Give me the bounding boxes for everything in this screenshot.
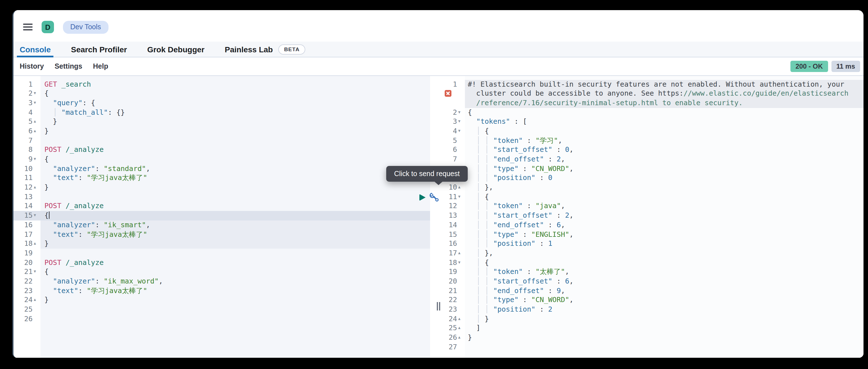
gutter-cell[interactable]: 2▾: [442, 108, 465, 117]
code-line[interactable]: │ "match_all": {}: [40, 108, 430, 117]
code-line[interactable]: [465, 343, 864, 352]
code-line[interactable]: │ │ "end_offset" : 9,: [465, 286, 864, 295]
code-line[interactable]: "text": "学习java太棒了": [40, 286, 430, 295]
code-line[interactable]: GET _search: [40, 80, 430, 89]
code-line[interactable]: │ │ "start_offset" : 6,: [465, 277, 864, 286]
code-line[interactable]: {: [40, 155, 430, 164]
breadcrumb[interactable]: Dev Tools: [63, 21, 108, 33]
code-line[interactable]: }: [40, 295, 430, 305]
gutter-cell[interactable]: 18▴: [13, 239, 40, 248]
code-line[interactable]: "query": {: [40, 98, 430, 108]
gutter-cell[interactable]: 10▴: [442, 183, 465, 192]
code-line[interactable]: "text": "学习java太棒了": [40, 230, 430, 239]
fold-open-icon[interactable]: ▾: [458, 126, 465, 136]
menu-item-settings[interactable]: Settings: [55, 62, 82, 70]
fold-close-icon[interactable]: ▴: [34, 117, 40, 126]
code-line[interactable]: /reference/7.16/security-minimal-setup.h…: [465, 98, 864, 108]
fold-open-icon[interactable]: ▾: [34, 267, 40, 277]
code-line[interactable]: │ │ "end_offset" : 6,: [465, 221, 864, 230]
wrench-icon[interactable]: [430, 192, 440, 202]
tab-painless-lab[interactable]: Painless LabBETA: [222, 41, 308, 57]
code-line[interactable]: "tokens" : [: [465, 117, 864, 126]
gutter-cell[interactable]: 4▾: [442, 126, 465, 136]
fold-close-icon[interactable]: ▴: [34, 295, 40, 305]
code-line[interactable]: │ │ "start_offset" : 2,: [465, 211, 864, 220]
code-line[interactable]: [40, 192, 430, 202]
gutter-cell[interactable]: 24▴: [442, 314, 465, 323]
code-line[interactable]: │ │ "type" : "ENGLISH",: [465, 230, 864, 239]
code-line[interactable]: [40, 314, 430, 323]
code-line[interactable]: │ │ "token" : "太棒了",: [465, 267, 864, 277]
gutter-cell[interactable]: 15▾: [13, 211, 40, 220]
request-editor[interactable]: 12▾3▾45▴6▴789▾101112▴131415▾161718▴19202…: [13, 76, 442, 358]
fold-close-icon[interactable]: ▴: [458, 249, 465, 258]
code-line[interactable]: #! Elasticsearch built-in security featu…: [465, 80, 864, 89]
code-line[interactable]: │ }: [465, 314, 864, 323]
code-line[interactable]: │ │ "type" : "CN_WORD",: [465, 295, 864, 305]
gutter-cell[interactable]: 12▴: [13, 183, 40, 192]
code-line[interactable]: "text": "学习java太棒了": [40, 173, 430, 183]
code-line[interactable]: "analyzer": "ik_smart",: [40, 221, 430, 230]
code-line[interactable]: POST /_analyze: [40, 145, 430, 155]
response-viewer[interactable]: 12▾3▾4▾5678910▴11▾121314151617▴18▾192021…: [442, 76, 864, 358]
code-line[interactable]: │ │ "token" : "学习",: [465, 136, 864, 145]
fold-open-icon[interactable]: ▾: [458, 117, 465, 126]
fold-close-icon[interactable]: ▴: [34, 126, 40, 136]
gutter-cell[interactable]: 18▾: [442, 258, 465, 267]
menu-item-help[interactable]: Help: [93, 62, 108, 70]
panel-resize-handle[interactable]: [437, 302, 440, 311]
fold-open-icon[interactable]: ▾: [34, 155, 40, 164]
code-line[interactable]: │ },: [465, 249, 864, 258]
gutter-cell[interactable]: 5▴: [13, 117, 40, 126]
fold-close-icon[interactable]: ▴: [34, 239, 40, 248]
fold-close-icon[interactable]: ▴: [34, 183, 40, 192]
gutter-cell[interactable]: 11▾: [442, 192, 465, 202]
code-line[interactable]: {: [40, 211, 430, 220]
tab-console[interactable]: Console: [17, 41, 53, 57]
gutter-cell[interactable]: 25▴: [442, 324, 465, 333]
code-line[interactable]: POST /_analyze: [40, 258, 430, 267]
code-line[interactable]: }: [40, 117, 430, 126]
gutter-cell[interactable]: 21▾: [13, 267, 40, 277]
fold-close-icon[interactable]: ▴: [458, 324, 465, 333]
code-line[interactable]: │ │ "start_offset" : 0,: [465, 145, 864, 155]
fold-close-icon[interactable]: ▴: [458, 314, 465, 323]
gutter-cell[interactable]: 24▴: [13, 295, 40, 305]
error-marker-icon[interactable]: [445, 90, 452, 97]
code-line[interactable]: │ {: [465, 258, 864, 267]
menu-item-history[interactable]: History: [20, 62, 44, 70]
code-line[interactable]: │ {: [465, 192, 864, 202]
code-line[interactable]: "analyzer": "ik_max_word",: [40, 277, 430, 286]
code-line[interactable]: [40, 305, 430, 314]
code-line[interactable]: │ │ "type" : "CN_WORD",: [465, 164, 864, 173]
code-line[interactable]: ]: [465, 324, 864, 333]
gutter-cell[interactable]: 6▴: [13, 126, 40, 136]
code-line[interactable]: │ {: [465, 126, 864, 136]
code-line[interactable]: │ │ "end_offset" : 2,: [465, 155, 864, 164]
send-request-icon[interactable]: [420, 194, 426, 201]
gutter-cell[interactable]: 3▾: [13, 98, 40, 108]
code-line[interactable]: cluster could be accessible to anyone. S…: [465, 89, 864, 98]
code-line[interactable]: │ │ "position" : 2: [465, 305, 864, 314]
fold-close-icon[interactable]: ▴: [458, 333, 465, 342]
fold-open-icon[interactable]: ▾: [458, 258, 465, 267]
code-line[interactable]: [40, 136, 430, 145]
code-line[interactable]: POST /_analyze: [40, 202, 430, 211]
gutter-cell[interactable]: 26▴: [442, 333, 465, 342]
tab-search-profiler[interactable]: Search Profiler: [68, 41, 130, 57]
fold-close-icon[interactable]: ▴: [458, 183, 465, 192]
gutter-cell[interactable]: 17▴: [442, 249, 465, 258]
fold-open-icon[interactable]: ▾: [458, 192, 465, 202]
fold-open-icon[interactable]: ▾: [34, 98, 40, 108]
code-line[interactable]: │ },: [465, 183, 864, 192]
code-line[interactable]: {: [40, 267, 430, 277]
fold-open-icon[interactable]: ▾: [458, 108, 465, 117]
code-line[interactable]: }: [465, 333, 864, 342]
fold-open-icon[interactable]: ▾: [34, 89, 40, 98]
code-line[interactable]: │ │ "position" : 0: [465, 173, 864, 183]
fold-open-icon[interactable]: ▾: [34, 211, 40, 220]
code-line[interactable]: {: [40, 89, 430, 98]
hamburger-menu-icon[interactable]: [23, 23, 33, 31]
code-line[interactable]: │ │ "position" : 1: [465, 239, 864, 248]
gutter-cell[interactable]: 9▾: [13, 155, 40, 164]
